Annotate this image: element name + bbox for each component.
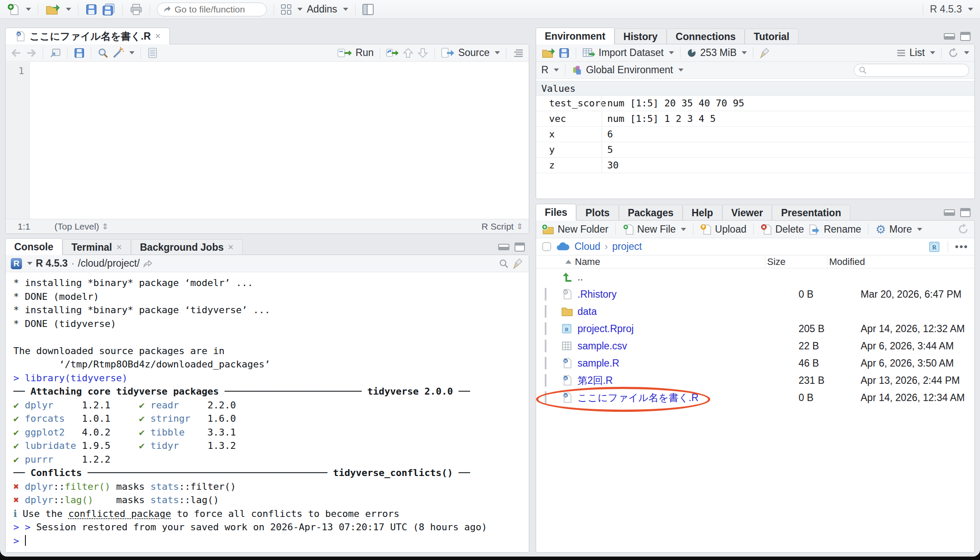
r-logo-icon[interactable]: R <box>11 258 22 269</box>
compile-report-icon[interactable] <box>147 47 158 59</box>
clear-environment-broom-icon[interactable] <box>759 47 771 59</box>
close-terminal-icon[interactable]: × <box>116 242 122 253</box>
new-file-type-caret[interactable] <box>681 228 686 231</box>
tab-plots[interactable]: Plots <box>576 205 618 221</box>
code-tools-caret[interactable] <box>129 51 134 54</box>
editor-text-area[interactable] <box>30 62 529 219</box>
source-dropdown-caret[interactable] <box>495 51 500 54</box>
tab-tutorial[interactable]: Tutorial <box>745 28 799 44</box>
file-row[interactable]: Rproject.Rproj205 BApr 14, 2026, 12:32 A… <box>536 320 974 337</box>
console-output[interactable]: * installing *binary* package ‘modelr’ .… <box>6 273 529 552</box>
tab-console[interactable]: Console <box>5 238 62 255</box>
upload-button[interactable]: Upload <box>700 224 746 235</box>
back-icon[interactable] <box>11 48 22 58</box>
close-tab-icon[interactable]: × <box>155 31 161 42</box>
breadcrumb-cloud[interactable]: Cloud <box>574 241 600 252</box>
file-checkbox[interactable] <box>545 305 546 318</box>
select-all-checkbox[interactable] <box>542 242 551 251</box>
new-file-button[interactable]: New File <box>623 224 686 235</box>
file-row[interactable]: Rここにファイル名を書く.R0 BApr 14, 2026, 12:34 AM <box>536 389 974 406</box>
go-next-section-icon[interactable] <box>417 47 428 59</box>
file-checkbox[interactable] <box>545 357 546 370</box>
environment-value-row[interactable]: vecnum [1:5] 1 2 3 4 5 <box>536 111 974 127</box>
tab-help[interactable]: Help <box>683 205 722 221</box>
refresh-files-icon[interactable] <box>957 223 969 235</box>
document-outline-icon[interactable] <box>512 49 524 57</box>
delete-button[interactable]: Delete <box>761 224 804 235</box>
minimize-pane-icon[interactable] <box>498 244 509 250</box>
print-icon[interactable] <box>130 3 143 16</box>
file-name-link[interactable]: .Rhistory <box>577 289 799 300</box>
shortcuts-dropdown-caret[interactable] <box>297 8 303 11</box>
file-name-link[interactable]: sample.csv <box>577 340 799 352</box>
tab-viewer[interactable]: Viewer <box>722 205 772 221</box>
file-checkbox[interactable] <box>545 288 546 301</box>
source-button[interactable]: Source <box>458 47 490 59</box>
tab-packages[interactable]: Packages <box>619 205 683 221</box>
addins-dropdown-caret[interactable] <box>343 8 348 11</box>
pane-layout-icon[interactable] <box>362 4 374 15</box>
file-row[interactable]: R第2回.R231 BApr 13, 2026, 2:44 PM <box>536 372 974 389</box>
environment-selector[interactable]: Global Environment <box>586 64 673 76</box>
clear-console-broom-icon[interactable] <box>512 258 524 269</box>
refresh-environment-caret[interactable] <box>964 51 969 54</box>
goto-file-search[interactable] <box>157 3 267 16</box>
breadcrumb-project[interactable]: project <box>612 241 642 252</box>
r-project-cube-icon[interactable]: R <box>928 240 941 253</box>
file-name-link[interactable]: ここにファイル名を書く.R <box>577 391 799 404</box>
minimize-pane-icon[interactable] <box>944 33 955 40</box>
environment-search-input[interactable] <box>870 65 956 75</box>
maximize-pane-icon[interactable] <box>960 208 971 217</box>
column-size[interactable]: Size <box>765 255 827 268</box>
code-editor[interactable]: 1 <box>6 62 529 219</box>
environment-value-row[interactable]: test_scorenum [1:5] 20 35 40 70 95 <box>536 96 974 111</box>
environment-selector-caret[interactable] <box>678 68 684 72</box>
file-row[interactable]: .Rhistory0 BMar 20, 2026, 6:47 PM <box>536 286 974 303</box>
more-columns-button[interactable]: ••• <box>955 241 968 253</box>
new-folder-button[interactable]: New Folder <box>541 224 609 235</box>
go-prev-section-icon[interactable] <box>403 47 414 59</box>
r-version-selector[interactable]: R 4.5.3 <box>930 3 962 15</box>
r-version-caret[interactable] <box>968 8 973 11</box>
file-name-link[interactable]: sample.R <box>577 358 799 369</box>
language-caret[interactable] <box>554 68 559 72</box>
tab-background-jobs[interactable]: Background Jobs× <box>131 239 243 255</box>
console-search-icon[interactable] <box>499 258 509 269</box>
close-jobs-icon[interactable]: × <box>228 242 234 253</box>
addins-menu[interactable]: Addins <box>307 3 337 15</box>
import-dataset-caret[interactable] <box>669 51 674 54</box>
file-row[interactable]: Rsample.R46 BApr 6, 2026, 3:50 AM <box>536 355 974 372</box>
environment-search-box[interactable] <box>854 64 969 77</box>
save-workspace-icon[interactable] <box>559 47 570 59</box>
file-type-selector[interactable]: R Script <box>481 221 514 232</box>
file-name-link[interactable]: .. <box>577 271 799 283</box>
tab-presentation[interactable]: Presentation <box>772 205 850 221</box>
file-name-link[interactable]: data <box>577 306 799 317</box>
file-checkbox[interactable] <box>545 391 546 404</box>
column-name[interactable]: Name <box>536 256 765 268</box>
more-caret[interactable] <box>917 228 922 231</box>
open-file-icon[interactable] <box>45 3 60 16</box>
rename-button[interactable]: Rename <box>808 224 861 235</box>
popout-window-icon[interactable] <box>49 47 61 59</box>
find-replace-icon[interactable] <box>97 47 109 59</box>
goto-file-input[interactable] <box>175 4 256 15</box>
file-row[interactable]: .. <box>536 268 974 286</box>
memory-usage-button[interactable]: 253 MiB <box>700 47 737 59</box>
tab-history[interactable]: History <box>615 28 667 44</box>
tab-files[interactable]: Files <box>536 204 576 221</box>
file-row[interactable]: sample.csv22 BApr 6, 2026, 3:44 AM <box>536 337 974 355</box>
environment-value-row[interactable]: x6 <box>536 127 974 142</box>
load-workspace-icon[interactable] <box>541 47 555 59</box>
save-icon[interactable] <box>85 3 97 16</box>
file-checkbox[interactable] <box>545 374 546 387</box>
maximize-pane-icon[interactable] <box>960 32 971 41</box>
minimize-pane-icon[interactable] <box>944 209 955 216</box>
tab-environment[interactable]: Environment <box>536 28 615 44</box>
language-selector[interactable]: R <box>541 64 549 76</box>
environment-value-row[interactable]: y5 <box>536 142 974 158</box>
maximize-pane-icon[interactable] <box>515 243 525 252</box>
new-file-icon[interactable] <box>7 3 20 16</box>
code-tools-wand-icon[interactable] <box>112 47 124 59</box>
import-dataset-button[interactable]: Import Dataset <box>599 47 664 59</box>
